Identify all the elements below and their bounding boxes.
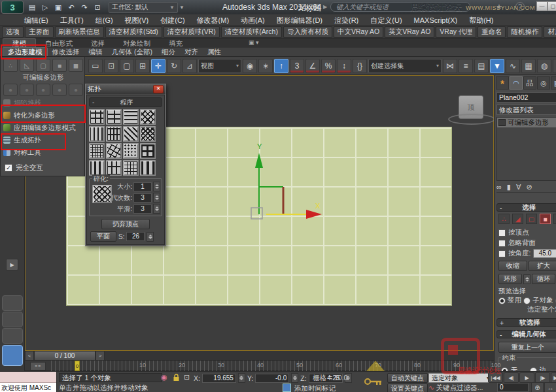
x-spinner[interactable] [238, 373, 245, 383]
angle-field[interactable]: 45.0 [533, 249, 556, 258]
radio-subobject[interactable] [523, 297, 530, 304]
next-frame-arrow[interactable]: > [96, 351, 105, 361]
selection-region-icon[interactable]: ▢ [120, 59, 134, 73]
discard-vertices-button[interactable]: 扔弃顶点 [101, 219, 150, 229]
edge-mode-icon[interactable]: ◺ [20, 59, 34, 72]
poly-tool-icon-4[interactable]: ● [52, 84, 67, 96]
select-move-icon[interactable]: ✛ [151, 59, 165, 73]
search-arrow-icon[interactable]: ▶ [323, 4, 327, 10]
ignore-backfacing-checkbox[interactable]: 忽略背面 [498, 238, 536, 248]
make-unique-icon[interactable]: ∀ [516, 183, 521, 191]
ribbon-collapse-icon[interactable]: ▣ ▾ [249, 39, 259, 46]
vertex-mode-icon[interactable]: ∴ [498, 214, 510, 224]
macro-button[interactable]: 清空材质球(Arch) [221, 26, 282, 38]
selection-set-dropdown[interactable]: 创建选择集 [368, 59, 442, 73]
help-icon[interactable]: ? [515, 2, 525, 11]
element-mode-icon[interactable]: ◼ [69, 59, 83, 72]
macro-button[interactable]: 重命名 [478, 26, 506, 38]
iterations-field[interactable]: 3 [133, 193, 152, 203]
vertex-mode-icon[interactable]: ∴ [3, 59, 18, 72]
polygon-mode-icon[interactable]: ■ [540, 214, 551, 224]
topology-pattern-2[interactable] [106, 109, 122, 125]
set-keys-key-icon[interactable] [364, 378, 383, 386]
save-file-icon[interactable]: ▣ [52, 2, 64, 12]
close-icon[interactable]: ✕ [153, 85, 164, 93]
ribbon-panel-tab[interactable]: 几何体 (全部) [107, 48, 157, 57]
ribbon-tab[interactable]: 自由形式 [36, 39, 82, 48]
open-file-icon[interactable]: ▷ [39, 2, 51, 12]
macro-button[interactable]: 选项 [2, 26, 24, 38]
convert-to-poly-item[interactable]: 转化为多边形 [3, 109, 84, 122]
generate-topology-item[interactable]: 生成拓扑 [3, 134, 84, 146]
stack-item-editable-poly[interactable]: 可编辑多边形 [497, 118, 556, 127]
macro-button[interactable]: 主界面 [25, 26, 54, 38]
go-to-end-button[interactable]: ▶▶| [551, 372, 556, 383]
topology-pattern-10[interactable] [106, 143, 122, 159]
rotate-icon[interactable]: ↻ [167, 59, 181, 73]
layer-manager-icon[interactable]: ▤ [474, 59, 489, 73]
add-time-tag[interactable]: 添加时间标记 [294, 384, 336, 392]
ribbon-tab[interactable]: 对象绘制 [114, 39, 160, 48]
workspace-more-button[interactable]: ▼ [178, 3, 186, 12]
topology-pattern-12[interactable] [140, 143, 156, 159]
tab-motion[interactable]: ◎ [537, 76, 550, 90]
tab-modify[interactable]: ◠ [510, 76, 523, 90]
redo-icon[interactable]: ↷ [78, 2, 90, 12]
ribbon-panel-tab[interactable]: 对齐 [180, 48, 203, 57]
iterations-spinner[interactable] [153, 193, 160, 203]
macro-button[interactable]: 中文VRay AO [334, 26, 383, 38]
dialog-title-bar[interactable]: 拓扑 ✕ [86, 84, 165, 94]
set-key-button[interactable]: 设置关键点 [387, 384, 428, 392]
remove-modifier-icon[interactable]: ⊘ [526, 183, 532, 191]
undo-icon[interactable]: ↶ [65, 2, 77, 12]
track-bar[interactable]: ≡≡ 102030405060708090100 0 [25, 361, 494, 371]
select-manipulate-icon[interactable]: ∗ [258, 59, 273, 73]
show-end-result-icon[interactable]: ▮ [507, 183, 511, 191]
select-object-icon[interactable]: ▭ [88, 59, 103, 73]
viewcube-compass-ring[interactable] [448, 114, 495, 125]
strip-button-2[interactable] [2, 312, 23, 327]
edge-mode-icon[interactable]: ◢ [512, 214, 523, 224]
key-filters-dropdown[interactable]: 选定对象 [428, 373, 493, 383]
ribbon-toggle-icon[interactable]: ▼ [490, 59, 504, 73]
apply-edit-poly-mode-item[interactable]: 应用编辑多边形模式 [3, 122, 84, 134]
topology-pattern-7[interactable] [123, 126, 139, 142]
collapse-stack-item[interactable]: 塌陷堆栈 [3, 97, 84, 109]
size-spinner[interactable] [153, 182, 160, 191]
app-logo-icon[interactable]: 3 [1, 1, 24, 14]
topology-pattern-8[interactable] [140, 126, 156, 142]
snaps-toggle-icon[interactable]: 3 [290, 59, 304, 73]
selection-lock-icon[interactable] [173, 374, 180, 382]
mirror-icon[interactable]: ⋈ [443, 59, 457, 73]
previous-frame-button[interactable]: ◀| [504, 372, 519, 383]
y-spinner[interactable] [291, 373, 298, 383]
ribbon-tab[interactable]: 建模 [3, 38, 36, 48]
listener-macro-row[interactable] [0, 372, 56, 383]
menu-item[interactable]: 渲染(R) [328, 14, 364, 26]
new-scene-icon[interactable]: ▤ [26, 2, 38, 12]
ribbon-tab[interactable]: 选择 [82, 39, 114, 48]
go-to-start-button[interactable]: |◀◀ [488, 372, 503, 383]
select-by-name-icon[interactable]: ⊡ [104, 59, 118, 73]
macro-button[interactable]: 清空材质球(Std) [105, 26, 162, 38]
ring-spinner[interactable] [523, 274, 530, 284]
schematic-view-icon[interactable]: ▦ [521, 59, 536, 73]
auto-key-button[interactable]: 自动关键点 [387, 373, 428, 383]
repeat-last-button[interactable]: 重复上一个 [498, 342, 556, 353]
ribbon-panel-tab[interactable]: 修改选择 [48, 48, 84, 57]
topology-pattern-6[interactable] [106, 126, 122, 142]
macro-button[interactable]: 英文VRay AO [385, 26, 434, 38]
scale-icon[interactable]: ⊿ [182, 59, 197, 73]
macro-button[interactable]: 刷新场景信息 [55, 26, 104, 38]
topology-pattern-14[interactable] [106, 160, 122, 176]
topology-pattern-16[interactable] [140, 160, 156, 176]
x-coordinate-field[interactable]: 19.655 [202, 374, 236, 383]
maxscript-mini-listener[interactable]: 欢迎使用 MAXSc [0, 372, 57, 392]
topology-pattern-11[interactable] [123, 143, 139, 159]
listener-script-row[interactable]: 欢迎使用 MAXSc [0, 383, 56, 392]
menu-item[interactable]: 图形编辑器(D) [271, 14, 328, 26]
planar-button[interactable]: 平面 [90, 231, 116, 242]
border-mode-icon[interactable]: ▢ [36, 59, 50, 72]
grow-button[interactable]: 扩大 [529, 261, 556, 271]
search-input[interactable]: 键入关键字或短语 [330, 2, 470, 12]
